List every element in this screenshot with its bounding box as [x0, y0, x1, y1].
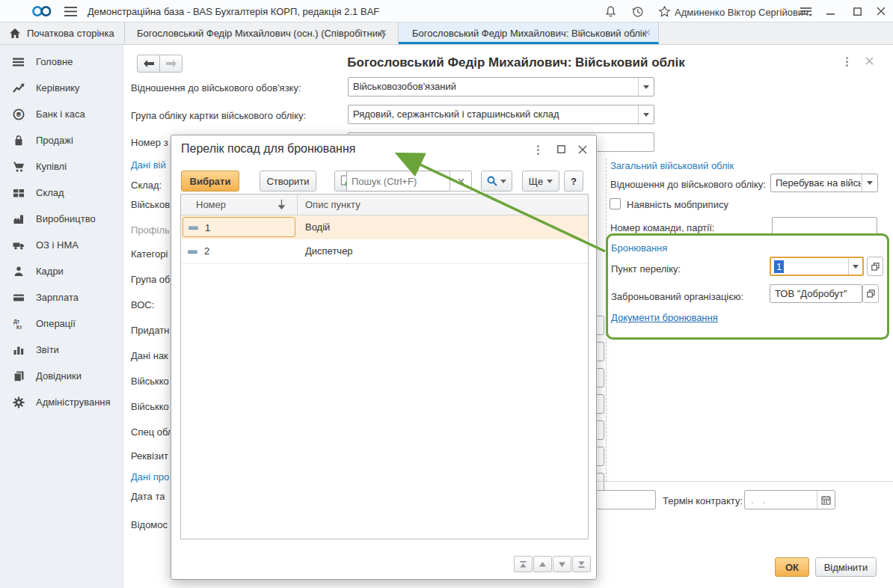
contract-term-label: Термін контракту:	[663, 495, 743, 506]
favorites-star-icon[interactable]	[657, 4, 672, 19]
team-number-input[interactable]	[772, 217, 877, 236]
maximize-icon[interactable]	[850, 4, 865, 19]
sidebar-item-reports[interactable]: Звіти	[0, 339, 123, 361]
form-group-link-partial[interactable]: Дані про	[131, 471, 169, 483]
help-button[interactable]: ?	[564, 171, 583, 192]
current-cell[interactable]: 1	[182, 217, 295, 237]
factory-icon	[13, 213, 25, 225]
booking-org-field[interactable]: ТОВ "Добробут"	[770, 284, 862, 303]
form-close-icon[interactable]	[865, 57, 874, 65]
dropdown-icon[interactable]	[638, 105, 654, 123]
dropdown-icon[interactable]	[638, 78, 654, 96]
form-label-partial: Військов	[131, 199, 170, 210]
positions-dialog: Перелік посад для бронювання Вибрати Ств…	[171, 135, 597, 580]
search-input[interactable]	[346, 171, 449, 192]
group-splitter	[606, 159, 607, 482]
gear-icon	[13, 396, 25, 408]
tab-home[interactable]: Початкова сторінка	[0, 22, 125, 44]
calendar-icon[interactable]	[817, 491, 835, 509]
window-title: Демонстраційна база - BAS Бухгалтерія КО…	[88, 6, 379, 17]
form-label-partial: Дані нак	[131, 350, 168, 361]
sidebar-item-production[interactable]: Виробництво	[0, 208, 123, 230]
minimize-icon[interactable]	[823, 4, 838, 19]
notifications-bell-icon[interactable]	[603, 4, 618, 19]
sidebar-item-sales[interactable]: Продажі	[0, 129, 123, 152]
contract-term-date-input[interactable]: . .	[744, 490, 835, 509]
list-item-icon	[188, 226, 198, 230]
sidebar-item-main[interactable]: Головне	[0, 51, 123, 73]
back-button[interactable]	[137, 55, 160, 73]
tab-military-active[interactable]: Богословський Федір Михайлович: Військов…	[399, 22, 659, 44]
svg-text:Дт: Дт	[13, 319, 20, 325]
team-number-label: Номер команди, партії:	[610, 222, 714, 233]
svg-text:Кт: Кт	[16, 325, 22, 330]
table-row-selected[interactable]: 1 Водій	[181, 215, 588, 239]
go-down-icon[interactable]	[553, 556, 571, 572]
sidebar-item-manager[interactable]: Керівнику	[0, 77, 123, 99]
current-user[interactable]: Админенко Віктор Сергійович	[675, 7, 808, 18]
app-logo-icon	[31, 5, 54, 17]
positions-table: Номер Опис пункту 1 Водій 2 Диспетчер	[180, 194, 589, 539]
go-up-icon[interactable]	[533, 556, 552, 572]
booking-documents-link[interactable]: Документи бронювання	[611, 312, 718, 323]
bar-chart-icon	[13, 344, 25, 356]
trend-icon	[13, 82, 25, 94]
main-menu-icon[interactable]	[63, 4, 78, 19]
dropdown-icon[interactable]	[862, 174, 877, 192]
display-settings-icon[interactable]	[797, 4, 815, 19]
menu-icon	[13, 56, 25, 68]
table-row[interactable]: 2 Диспетчер	[181, 239, 588, 264]
sidebar-item-bank-cash[interactable]: ₴ Банк і каса	[0, 103, 123, 126]
mob-checkbox-label: Наявність мобприпису	[627, 199, 728, 210]
form-label-partial: Дата та	[131, 491, 165, 502]
hryvnia-coin-icon: ₴	[13, 108, 25, 120]
form-label-partial: Номер з	[131, 137, 168, 148]
search-clear-icon[interactable]	[449, 171, 472, 192]
form-label-partial: Група об	[131, 274, 170, 285]
booking-point-field[interactable]: 1	[770, 257, 864, 276]
dialog-maximize-icon[interactable]	[557, 145, 565, 153]
dropdown-icon[interactable]	[848, 258, 862, 275]
sidebar-item-purchases[interactable]: Купівлі	[0, 156, 123, 178]
form-label-partial: Реквізит	[131, 450, 168, 462]
column-header-description[interactable]: Опис пункту	[298, 195, 588, 215]
tab-military-close-icon[interactable]	[644, 29, 652, 37]
go-first-icon[interactable]	[514, 556, 533, 572]
form-more-icon[interactable]	[846, 57, 848, 67]
record-group-select[interactable]: Рядовий, сержантський і старшинський скл…	[348, 105, 654, 124]
ok-button[interactable]: ОК	[775, 557, 809, 577]
booking-point-open-icon[interactable]	[867, 257, 883, 276]
sidebar-item-salary[interactable]: Зарплата	[0, 287, 123, 309]
booking-org-open-icon[interactable]	[862, 284, 879, 303]
relation-duty-select[interactable]: Військовозобов'язаний	[348, 77, 654, 97]
sidebar-item-warehouse[interactable]: Склад	[0, 182, 123, 204]
select-button[interactable]: Вибрати	[181, 171, 239, 192]
shopping-bag-icon	[13, 135, 25, 147]
relation-record-select[interactable]: Перебуває на війсь	[770, 174, 878, 192]
form-group-link-partial[interactable]: Дані вій	[131, 159, 166, 171]
sidebar-item-hr[interactable]: Кадри	[0, 260, 123, 283]
column-header-number[interactable]: Номер	[181, 195, 298, 215]
topbar: Демонстраційна база - BAS Бухгалтерія КО…	[0, 0, 893, 22]
sidebar-item-directories[interactable]: Довідники	[0, 365, 123, 388]
history-icon[interactable]	[630, 4, 645, 19]
general-military-group-title: Загальний військовий облік	[610, 160, 734, 171]
cancel-button[interactable]: Відмінити	[815, 557, 877, 577]
sidebar-item-operations[interactable]: ДтКт Операції	[0, 313, 123, 335]
svg-text:₴: ₴	[16, 110, 22, 118]
selected-value: 1	[774, 260, 784, 273]
list-item-icon	[188, 250, 197, 254]
go-last-icon[interactable]	[572, 556, 591, 572]
sidebar-item-administration[interactable]: Адміністрування	[0, 391, 123, 414]
forward-button[interactable]	[159, 55, 182, 73]
create-button[interactable]: Створити	[260, 171, 316, 192]
dialog-close-icon[interactable]	[578, 145, 587, 154]
search-options-button[interactable]	[481, 171, 512, 192]
mob-checkbox[interactable]	[610, 198, 621, 209]
more-button[interactable]: Ще	[522, 171, 559, 192]
tab-employee-close-icon[interactable]	[380, 29, 388, 37]
dialog-more-icon[interactable]	[537, 145, 539, 155]
tab-employee[interactable]: Богословський Федір Михайлович (осн.) (С…	[125, 22, 399, 44]
sidebar-item-fixed-assets[interactable]: ОЗ і НМА	[0, 234, 123, 257]
close-window-icon[interactable]	[874, 4, 889, 19]
